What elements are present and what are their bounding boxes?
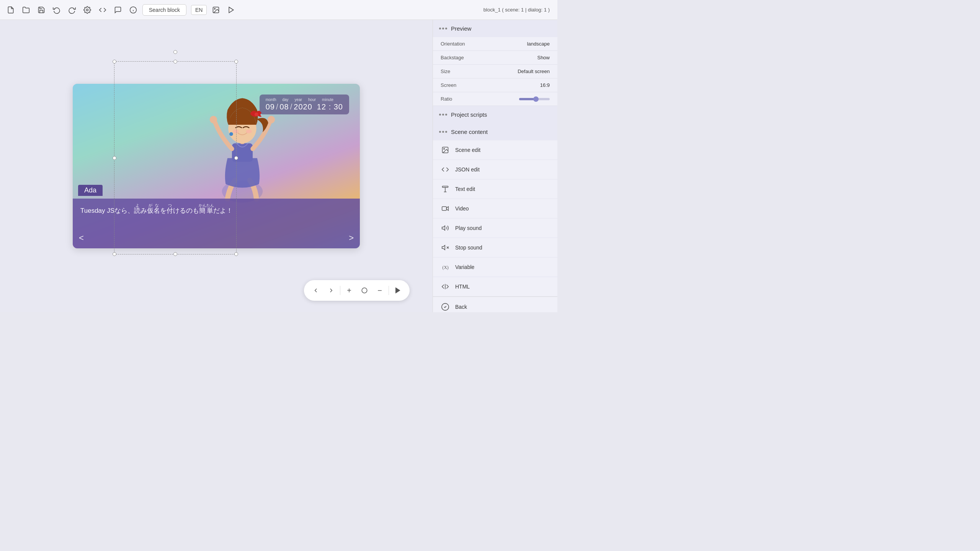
svg-point-15 [246, 130, 252, 134]
add-button[interactable]: + [342, 283, 356, 298]
size-row: Size Default screen [433, 65, 557, 78]
settings-icon[interactable] [81, 4, 93, 16]
screen-row: Screen 16:9 [433, 78, 557, 92]
screen-value: 16:9 [540, 82, 550, 88]
scene-preview: month day year hour minute 09 / 08 / 202… [73, 84, 360, 248]
ratio-row: Ratio [433, 92, 557, 106]
text-edit-item[interactable]: Text edit [433, 179, 557, 199]
image-icon[interactable] [210, 4, 222, 16]
play-sound-label: Play sound [455, 225, 482, 231]
scene-content-dots [439, 131, 447, 133]
project-scripts-dots [439, 114, 447, 116]
dialog-box: Ada Tuesday JSなら、読よみ仮名がなを付つけるのも簡単かんたんだよ！… [73, 199, 360, 248]
play-sound-item[interactable]: Play sound [433, 218, 557, 238]
video-item[interactable]: Video [433, 199, 557, 218]
html-icon [441, 282, 450, 291]
scene-edit-icon [441, 145, 450, 155]
stop-sound-item[interactable]: Stop sound [433, 238, 557, 258]
svg-point-16 [229, 132, 233, 136]
backstage-label: Backstage [441, 55, 464, 60]
dialog-next-button[interactable]: > [349, 233, 354, 243]
backstage-value: Show [537, 55, 550, 60]
scene-edit-item[interactable]: Scene edit [433, 140, 557, 160]
video-icon [441, 204, 450, 213]
play-icon[interactable] [225, 4, 237, 16]
preview-section-header: Preview [433, 20, 557, 37]
handle-bottom-mid[interactable] [173, 252, 177, 256]
scene-content-label: Scene content [451, 129, 488, 135]
redo-icon[interactable] [66, 4, 78, 16]
scene-edit-label: Scene edit [455, 147, 480, 153]
svg-rect-21 [443, 186, 448, 187]
size-label: Size [441, 68, 450, 74]
handle-top-right[interactable] [234, 60, 238, 64]
json-edit-icon [441, 165, 450, 174]
screen-label: Screen [441, 82, 456, 88]
back-button[interactable]: Back [433, 297, 557, 312]
handle-top-left[interactable] [113, 60, 116, 64]
dialog-prev-button[interactable]: < [79, 233, 84, 243]
dialog-text: Tuesday JSなら、読よみ仮名がなを付つけるのも簡単かんたんだよ！ [73, 199, 360, 223]
svg-rect-8 [232, 143, 253, 161]
back-label: Back [455, 304, 467, 310]
variable-label: Variable [455, 264, 474, 270]
block-title: block_1 ( scene: 1 | dialog: 1 ) [483, 7, 553, 13]
text-edit-icon [441, 184, 450, 194]
html-item[interactable]: HTML [433, 277, 557, 297]
orientation-value: landscape [527, 41, 550, 47]
svg-marker-25 [442, 226, 445, 230]
main-area: month day year hour minute 09 / 08 / 202… [0, 20, 557, 312]
ratio-slider-thumb[interactable] [533, 96, 539, 102]
stop-sound-label: Stop sound [455, 245, 482, 251]
svg-point-20 [444, 148, 445, 150]
preview-dots [439, 28, 447, 29]
preview-label: Preview [451, 25, 471, 32]
orientation-label: Orientation [441, 41, 465, 47]
ratio-slider-container[interactable] [519, 98, 550, 100]
svg-text:(X): (X) [443, 265, 449, 270]
search-block-button[interactable]: Search block [142, 4, 186, 16]
handle-top-mid[interactable] [173, 60, 177, 64]
svg-point-10 [268, 116, 275, 123]
svg-point-0 [87, 9, 88, 11]
handle-bottom-left[interactable] [113, 252, 116, 256]
json-edit-label: JSON edit [455, 166, 480, 173]
scene-content-section: Scene edit JSON edit [433, 140, 557, 297]
stop-sound-icon [441, 243, 450, 252]
time-value: 12 : 30 [317, 103, 343, 111]
character-area [177, 88, 307, 206]
new-file-icon[interactable] [5, 4, 17, 16]
nav-prev-button[interactable] [309, 283, 323, 298]
open-file-icon[interactable] [20, 4, 32, 16]
backstage-row: Backstage Show [433, 51, 557, 65]
play-sound-icon [441, 223, 450, 233]
svg-marker-18 [396, 288, 400, 293]
right-panel: Preview Orientation landscape Backstage … [433, 20, 557, 312]
minus-button[interactable]: − [372, 283, 387, 298]
play-button[interactable] [390, 283, 405, 298]
character-svg [189, 91, 296, 206]
language-button[interactable]: EN [191, 5, 207, 15]
ratio-slider[interactable] [519, 98, 550, 100]
size-value: Default screen [518, 68, 550, 74]
json-edit-item[interactable]: JSON edit [433, 160, 557, 179]
nav-next-button[interactable] [324, 283, 338, 298]
html-label: HTML [455, 284, 470, 290]
info-icon[interactable] [127, 4, 139, 16]
handle-bottom-right[interactable] [234, 252, 238, 256]
variable-item[interactable]: (X) Variable [433, 258, 557, 277]
toolbar-divider [340, 286, 340, 295]
save-icon[interactable] [35, 4, 47, 16]
circle-button[interactable] [357, 283, 372, 298]
orientation-row: Orientation landscape [433, 37, 557, 51]
svg-point-14 [233, 130, 238, 134]
rotation-handle[interactable] [173, 50, 177, 54]
video-label: Video [455, 205, 469, 212]
hour-label: hour [308, 98, 316, 102]
project-scripts-header[interactable]: Project scripts [433, 106, 557, 123]
undo-icon[interactable] [51, 4, 63, 16]
code-icon[interactable] [96, 4, 109, 16]
scene-content-header[interactable]: Scene content [433, 123, 557, 140]
comment-icon[interactable] [112, 4, 124, 16]
minute-label: minute [322, 98, 333, 102]
